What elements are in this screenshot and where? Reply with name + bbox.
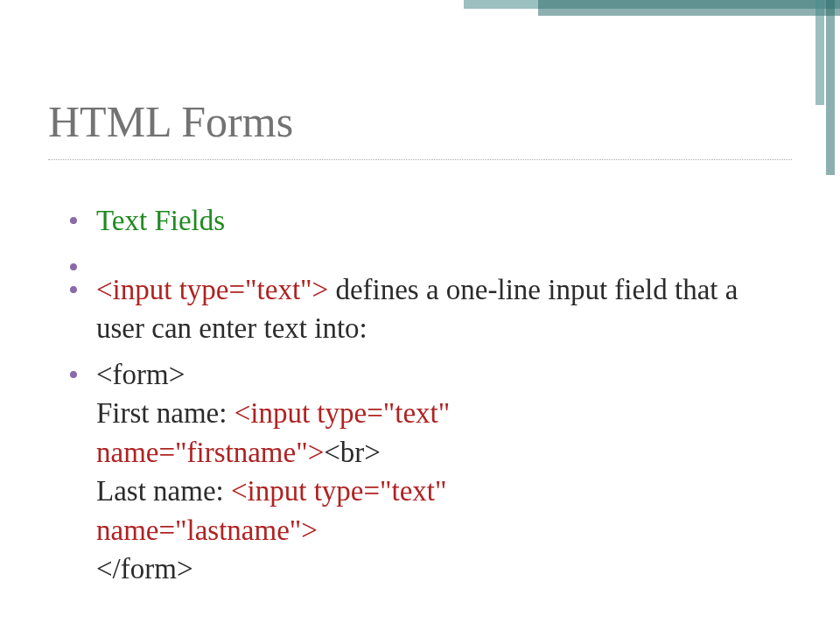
accent-bar-horizontal-2: [538, 0, 840, 16]
b3-l4b: <input type="text": [231, 475, 447, 507]
bullet-3: <form> First name: <input type="text" na…: [61, 355, 779, 589]
accent-bar-vertical-2: [826, 0, 835, 175]
bullet-2: <input type="text"> defines a one-line i…: [61, 270, 779, 348]
accent-bar-vertical-1: [816, 0, 824, 105]
slide-body: Text Fields <input type="text"> defines …: [61, 201, 779, 596]
spacer: [61, 248, 779, 270]
b3-l2b: <input type="text": [234, 397, 451, 429]
slide: HTML Forms Text Fields <input type="text…: [0, 0, 840, 630]
b3-l3b: <br>: [324, 437, 381, 468]
b3-l3a: name="firstname">: [96, 437, 324, 468]
b3-l6a: </form>: [96, 553, 193, 584]
slide-title: HTML Forms: [48, 96, 293, 147]
b3-l1a: <form>: [96, 359, 185, 390]
b3-l4a: Last name:: [96, 475, 231, 507]
b3-l5a: name="lastname">: [96, 514, 318, 546]
bullet-2-code: <input type="text">: [96, 274, 328, 305]
title-underline: [48, 159, 792, 160]
bullet-1-text: Text Fields: [96, 205, 225, 236]
b3-l2a: First name:: [96, 397, 234, 429]
bullet-1: Text Fields: [61, 201, 779, 241]
